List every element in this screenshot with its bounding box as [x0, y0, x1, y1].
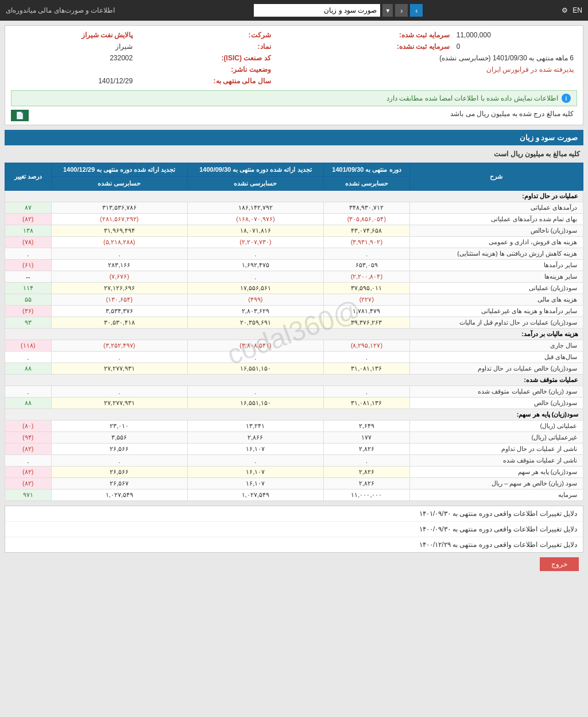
table-description: غیرعملیاتی (ریال): [409, 432, 583, 444]
table-col1: ۴۳,۰۷۴,۶۵۸: [323, 225, 409, 237]
table-row: سود(زیان) عملیات در حال تداوم قبل از مال…: [5, 317, 583, 329]
table-description: ناشی از عملیات متوقف شده: [409, 455, 583, 467]
company-label: شرکت:: [136, 29, 274, 41]
table-row: سود(زیان) پایه هر سهم۲,۸۲۶۱۶,۱۰۷۲۶,۵۶۶(۸…: [5, 467, 583, 478]
top-bar-title: اطلاعات و صورت‌های مالی میاندوره‌ای: [6, 6, 115, 14]
exit-button[interactable]: خروج: [540, 557, 579, 571]
table-col4: (۸۲): [5, 214, 52, 225]
table-col4: .: [5, 455, 52, 467]
table-col3: ۲۶,۵۶۷: [51, 478, 187, 489]
dropdown-arrow-button[interactable]: ▼: [382, 4, 393, 17]
table-description: ناشی از عملیات در حال تداوم: [409, 444, 583, 455]
table-col1: .: [323, 248, 409, 260]
table-col3: ۳,۵۵۶: [51, 432, 187, 444]
company-info-card: 11,000,000 سرمایه ثبت شده: شرکت: پالایش …: [5, 25, 583, 125]
table-row: ناشی از عملیات در حال تداوم۲,۸۲۶۱۶,۱۰۷۲۶…: [5, 444, 583, 455]
amounts-note: کلیه مبالغ درج شده به میلیون ریال می باش…: [447, 107, 577, 120]
table-col3: (۳,۲۵۲,۴۹۷): [51, 340, 187, 352]
table-description: عملیاتی (ریال): [409, 421, 583, 432]
table-col1: .: [323, 455, 409, 467]
table-col3: .: [51, 352, 187, 363]
capital-unregistered-label: سرمایه ثبت نشده:: [274, 41, 453, 52]
table-col2: ۱۷,۵۵۶,۵۶۱: [187, 283, 323, 294]
table-col4: (۸۲): [5, 467, 52, 478]
table-description: سود(زیان) خالص: [409, 398, 583, 409]
search-input[interactable]: [254, 4, 380, 17]
amounts-row: 📄 کلیه مبالغ درج شده به میلیون ریال می ب…: [11, 110, 577, 121]
table-col2: .: [187, 386, 323, 398]
col2-sub: حسابرسی نشده: [187, 177, 323, 191]
notice-text: اطلاعات نمایش داده شده با اطلاعات امضا ش…: [386, 94, 558, 102]
table-col4: (۷۸): [5, 237, 52, 248]
financial-section: صورت سود و زیان کلیه مبالغ به میلیون ریا…: [5, 130, 583, 501]
table-col2: ۱۳,۲۴۱: [187, 421, 323, 432]
bottom-note-2: دلایل تغییرات اطلاعات واقعی دوره منتهی ب…: [5, 537, 583, 552]
table-col1: (۲۲۷): [323, 294, 409, 306]
table-row: هزینه های فروش، اداری و عمومی(۳,۹۳۱,۹۰۲)…: [5, 237, 583, 248]
table-col4: ۱۳۸: [5, 225, 52, 237]
section-header: صورت سود و زیان: [5, 130, 583, 145]
top-bar-left: EN ⚙: [562, 6, 582, 14]
table-col3: .: [51, 248, 187, 260]
table-description: درآمدهای عملیاتی: [409, 202, 583, 214]
table-col4: (۸۰): [5, 421, 52, 432]
table-col3: ۳۱,۹۶۹,۴۹۴: [51, 225, 187, 237]
section-header-row: هزینه مالیات بر درآمد:: [5, 329, 583, 340]
green-notice: i اطلاعات نمایش داده شده با اطلاعات امضا…: [11, 90, 577, 106]
table-col1: ۱,۷۸۱,۴۷۹: [323, 306, 409, 317]
nav-forward-button[interactable]: ‹: [395, 4, 408, 17]
table-col2: ۲۰,۳۵۹,۶۹۱: [187, 317, 323, 329]
table-row: هزینه کاهش ارزش دریافتنی ها (هزینه استثن…: [5, 248, 583, 260]
table-description: هزینه های فروش، اداری و عمومی: [409, 237, 583, 248]
table-row: سایر درآمدها۶۵۳,۰۵۹۱,۶۹۲,۴۷۵۲۸۳,۱۶۶(۶۱): [5, 260, 583, 271]
table-col4: --: [5, 271, 52, 283]
company-info-table: 11,000,000 سرمایه ثبت شده: شرکت: پالایش …: [11, 29, 577, 87]
nav-back-button[interactable]: ›: [410, 4, 423, 17]
table-col4: (۶۱): [5, 260, 52, 271]
table-row: سایر هزینه‌ها(۲,۲۰۰,۸۰۴).(۷,۶۷۶)--: [5, 271, 583, 283]
bottom-notes: دلایل تغییرات اطلاعات واقعی دوره منتهی ب…: [5, 506, 583, 553]
table-col1: ۱۷۷: [323, 432, 409, 444]
table-description: سایر هزینه‌ها: [409, 271, 583, 283]
table-container: @codal360 شرح دوره منتهی به 1401/09/30 ت…: [5, 163, 583, 501]
status-label: وضعیت ناشر:: [136, 64, 274, 75]
table-col2: ۱۶,۱۰۷: [187, 478, 323, 489]
table-col2: ۱۸,۰۷۱,۸۱۶: [187, 225, 323, 237]
table-col4: (۸۲): [5, 478, 52, 489]
table-col2: .: [187, 248, 323, 260]
table-col1: ۶۵۳,۰۵۹: [323, 260, 409, 271]
fiscal-year-label: سال مالی منتهی به:: [136, 75, 274, 87]
change-header: درصد تغییر: [5, 163, 52, 191]
table-col2: .: [187, 455, 323, 467]
table-row: سال‌های قبل....: [5, 352, 583, 363]
table-col2: ۱۶,۱۰۷: [187, 467, 323, 478]
section-subtext: کلیه مبالغ به میلیون ریال است: [5, 148, 583, 163]
table-col2: ۱۶,۵۵۱,۱۵۰: [187, 398, 323, 409]
table-col2: ۱,۰۲۷,۵۴۹: [187, 489, 323, 501]
table-row: هزینه های مالی(۲۲۷)(۴۹۹)(۱۳۰,۶۵۴)۵۵: [5, 294, 583, 306]
table-col2: ۱۸۶,۱۴۲,۷۹۲: [187, 202, 323, 214]
table-col4: .: [5, 386, 52, 398]
excel-button[interactable]: 📄: [11, 110, 29, 121]
table-col3: ۱,۰۲۷,۵۴۹: [51, 489, 187, 501]
status-value: پذیرفته شده در فرابورس ایران: [274, 64, 577, 75]
bottom-note-0: دلایل تغییرات اطلاعات واقعی دوره منتهی ب…: [5, 506, 583, 522]
table-description: سال‌های قبل: [409, 352, 583, 363]
table-col3: ۲۷,۱۲۶,۶۹۶: [51, 283, 187, 294]
table-col1: ۲,۶۴۹: [323, 421, 409, 432]
top-bar: EN ⚙ › ‹ ▼ اطلاعات و صورت‌های مالی میاند…: [0, 0, 588, 21]
table-description: سایر درآمدها: [409, 260, 583, 271]
col1-header: دوره منتهی به 1401/09/30: [323, 163, 409, 177]
table-col1: ۳۷,۵۹۵,۰۱۱: [323, 283, 409, 294]
gear-icon[interactable]: ⚙: [562, 6, 568, 14]
table-col1: ۲,۸۲۶: [323, 478, 409, 489]
col3-sub: حسابرسی نشده: [51, 177, 187, 191]
table-row: غیرعملیاتی (ریال)۱۷۷۲,۸۶۶۳,۵۵۶(۹۴): [5, 432, 583, 444]
table-col1: (۸,۲۹۵,۱۲۷): [323, 340, 409, 352]
industry-label: کد صنعت (ISIC):: [136, 52, 274, 64]
table-description: سود (زیان) خالص عملیات متوقف شده: [409, 386, 583, 398]
table-col1: ۲,۸۲۶: [323, 444, 409, 455]
table-col2: ۱۶,۱۰۷: [187, 444, 323, 455]
table-col1: .: [323, 386, 409, 398]
table-col3: (۲۸۱,۵۶۷,۲۹۲): [51, 214, 187, 225]
